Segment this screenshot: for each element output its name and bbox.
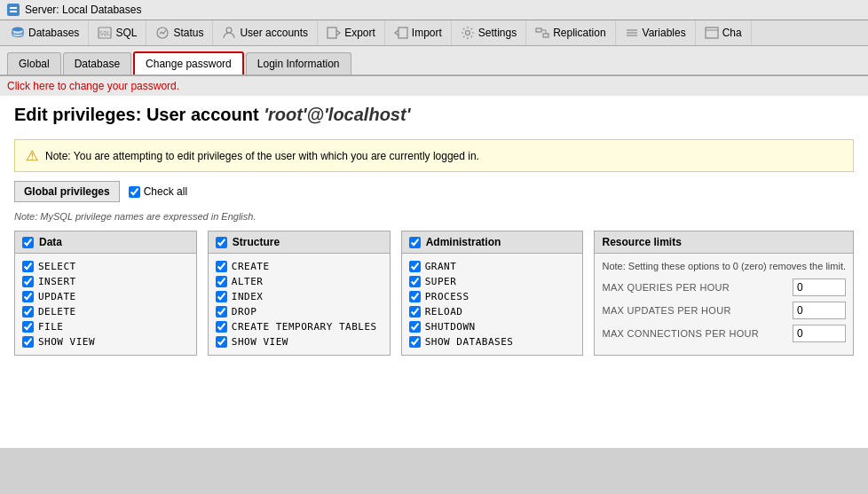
- nav-cha[interactable]: Cha: [696, 20, 752, 45]
- privilege-group-structure-header: Structure: [209, 231, 390, 254]
- privilege-item: CREATE TEMPORARY TABLES: [216, 319, 383, 334]
- content-wrapper: Edit privileges: User account 'root'@'lo…: [0, 96, 868, 448]
- privilege-item: SHUTDOWN: [409, 319, 576, 334]
- privilege-group-administration-header: Administration: [402, 231, 583, 254]
- nav-export-label: Export: [344, 27, 375, 39]
- index-checkbox[interactable]: [216, 291, 227, 302]
- tab-change-password[interactable]: Change password: [133, 51, 244, 74]
- title-bar-label: Server: Local Databases: [25, 4, 141, 16]
- shutdown-checkbox[interactable]: [409, 321, 421, 333]
- export-icon: [327, 26, 341, 40]
- privilege-item: INSERT: [22, 274, 189, 289]
- resource-row-connections: MAX CONNECTIONS PER HOUR: [602, 325, 846, 342]
- nav-import[interactable]: Import: [385, 20, 452, 45]
- nav-variables-label: Variables: [643, 27, 686, 39]
- nav-replication[interactable]: Replication: [526, 20, 615, 45]
- privilege-item: SHOW VIEW: [216, 334, 383, 349]
- server-icon: [7, 4, 20, 16]
- privilege-item: RELOAD: [409, 304, 576, 319]
- warning-icon: ⚠: [26, 147, 38, 164]
- cha-icon: [705, 26, 719, 40]
- svg-point-7: [226, 27, 232, 33]
- replication-icon: [535, 26, 549, 40]
- privilege-group-data: Data SELECT INSERT UPDATE: [14, 231, 197, 356]
- sql-icon: SQL: [98, 26, 112, 40]
- svg-rect-12: [543, 34, 548, 37]
- create-temp-checkbox[interactable]: [216, 321, 227, 333]
- data-group-checkbox[interactable]: [22, 237, 34, 248]
- nav-databases[interactable]: Databases: [2, 20, 89, 45]
- tab-database[interactable]: Database: [63, 52, 131, 74]
- privilege-item: SELECT: [22, 259, 189, 274]
- privilege-item: DROP: [216, 304, 383, 319]
- showdatabases-checkbox[interactable]: [409, 336, 421, 348]
- nav-settings[interactable]: Settings: [452, 20, 526, 45]
- privilege-groups: Data SELECT INSERT UPDATE: [14, 231, 854, 356]
- privilege-group-data-header: Data: [15, 231, 196, 254]
- select-checkbox[interactable]: [22, 261, 34, 272]
- privilege-item: SUPER: [409, 274, 576, 289]
- super-checkbox[interactable]: [409, 276, 421, 287]
- reload-checkbox[interactable]: [409, 306, 421, 318]
- nav-variables[interactable]: Variables: [616, 20, 696, 45]
- privilege-item: SHOW DATABASES: [409, 334, 576, 349]
- svg-rect-0: [8, 4, 19, 15]
- privilege-item: GRANT: [409, 259, 576, 274]
- data-privilege-items: SELECT INSERT UPDATE DELETE: [15, 254, 196, 355]
- nav-bar: Databases SQL SQL Status User accounts E…: [0, 20, 868, 46]
- change-password-hint[interactable]: Click here to change your password.: [0, 76, 868, 96]
- resource-items: Note: Setting these options to 0 (zero) …: [595, 254, 853, 355]
- update-checkbox[interactable]: [22, 291, 34, 302]
- svg-rect-1: [10, 7, 17, 9]
- showview-structure-checkbox[interactable]: [216, 336, 227, 348]
- alter-checkbox[interactable]: [216, 276, 227, 287]
- resource-row-updates: MAX UPDATES PER HOUR: [602, 302, 846, 319]
- global-privileges-header: Global privileges Check all: [14, 181, 854, 202]
- tab-login-information[interactable]: Login Information: [246, 52, 351, 74]
- administration-group-checkbox[interactable]: [409, 237, 421, 248]
- page-title: Edit privileges: User account 'root'@'lo…: [0, 96, 868, 132]
- resource-input-queries[interactable]: [793, 278, 846, 296]
- nav-status[interactable]: Status: [146, 20, 213, 45]
- resource-input-updates[interactable]: [793, 302, 846, 319]
- drop-checkbox[interactable]: [216, 306, 227, 318]
- warning-box: ⚠ Note: You are attempting to edit privi…: [14, 139, 854, 172]
- check-all-checkbox[interactable]: [129, 186, 140, 198]
- grant-checkbox[interactable]: [409, 261, 421, 272]
- svg-rect-2: [10, 11, 17, 12]
- privilege-item: SHOW VIEW: [22, 334, 189, 349]
- privilege-item: CREATE: [216, 259, 383, 274]
- resource-label-queries: MAX QUERIES PER HOUR: [602, 282, 785, 293]
- nav-export[interactable]: Export: [318, 20, 385, 45]
- privilege-item: ALTER: [216, 274, 383, 289]
- resource-input-connections[interactable]: [793, 325, 846, 342]
- status-icon: [155, 26, 170, 40]
- check-all-label[interactable]: Check all: [129, 185, 187, 198]
- svg-point-10: [465, 31, 470, 35]
- privilege-item: UPDATE: [22, 289, 189, 304]
- global-privileges-box: Global privileges: [14, 181, 120, 202]
- tab-global[interactable]: Global: [7, 52, 61, 74]
- title-bar: Server: Local Databases: [0, 0, 868, 20]
- showview-data-checkbox[interactable]: [22, 336, 34, 348]
- file-checkbox[interactable]: [22, 321, 34, 333]
- resource-limits-group: Resource limits Note: Setting these opti…: [594, 231, 854, 356]
- resource-note: Note: Setting these options to 0 (zero) …: [602, 261, 846, 271]
- svg-rect-9: [398, 27, 407, 38]
- nav-sql[interactable]: SQL SQL: [89, 20, 146, 45]
- create-checkbox[interactable]: [216, 261, 227, 272]
- insert-checkbox[interactable]: [22, 276, 34, 287]
- structure-privilege-items: CREATE ALTER INDEX DROP: [209, 254, 390, 355]
- svg-rect-18: [706, 27, 718, 38]
- nav-user-accounts[interactable]: User accounts: [213, 20, 318, 45]
- structure-group-checkbox[interactable]: [216, 237, 227, 248]
- privilege-item: PROCESS: [409, 289, 576, 304]
- main-content: Click here to change your password. Edit…: [0, 74, 868, 448]
- resource-label-updates: MAX UPDATES PER HOUR: [602, 305, 785, 316]
- nav-cha-label: Cha: [722, 27, 742, 39]
- nav-replication-label: Replication: [553, 27, 605, 39]
- svg-rect-11: [536, 28, 541, 32]
- delete-checkbox[interactable]: [22, 306, 34, 318]
- process-checkbox[interactable]: [409, 291, 421, 302]
- nav-sql-label: SQL: [115, 27, 137, 39]
